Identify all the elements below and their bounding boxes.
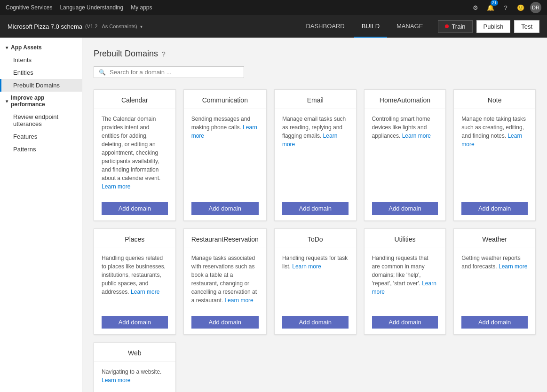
domain-card: Weather Getting weather reports and fore… bbox=[453, 228, 536, 335]
sidebar-section-app-assets[interactable]: ▾ App Assets bbox=[0, 41, 82, 54]
header-bar: Microsoft Pizza 7.0 schema (V1.2 - As Co… bbox=[0, 15, 547, 38]
add-domain-button[interactable]: Add domain bbox=[282, 202, 349, 215]
domain-card-title: Email bbox=[275, 90, 356, 109]
schema-version: (V1.2 - As Constraints) bbox=[85, 24, 137, 29]
sidebar-item-patterns[interactable]: Patterns bbox=[0, 143, 82, 156]
add-domain-button[interactable]: Add domain bbox=[461, 202, 528, 215]
domain-card-body: Controlling smart home devices like ligh… bbox=[365, 109, 446, 196]
app-name: Microsoft Pizza 7.0 schema bbox=[8, 23, 82, 30]
domain-card-footer: Add domain bbox=[275, 196, 356, 220]
domain-card-title: Utilities bbox=[365, 229, 446, 248]
my-apps-link[interactable]: My apps bbox=[131, 4, 152, 11]
train-button[interactable]: Train bbox=[438, 20, 472, 33]
domain-card-body: The Calendar domain provides intent and … bbox=[94, 109, 175, 196]
domain-card-body: Manage note taking tasks such as creatin… bbox=[454, 109, 535, 196]
sidebar-item-review-endpoint[interactable]: Review endpoint utterances bbox=[0, 110, 82, 130]
learn-more-link[interactable]: Learn more bbox=[292, 263, 321, 270]
domain-card-title: HomeAutomation bbox=[365, 90, 446, 109]
sidebar-item-features[interactable]: Features bbox=[0, 130, 82, 143]
domain-card: Calendar The Calendar domain provides in… bbox=[94, 89, 176, 221]
chevron-down-icon[interactable]: ▾ bbox=[140, 24, 143, 29]
notification-bell[interactable]: 🔔 21 bbox=[485, 2, 496, 13]
main-layout: ▾ App Assets Intents Entities Prebuilt D… bbox=[0, 38, 547, 392]
domain-card-footer: Add domain bbox=[275, 310, 356, 334]
domain-grid: Calendar The Calendar domain provides in… bbox=[94, 89, 536, 392]
publish-button[interactable]: Publish bbox=[476, 20, 511, 33]
domain-card-body: Getting weather reports and forecasts. L… bbox=[454, 248, 535, 310]
domain-card-footer: Add domain bbox=[365, 310, 446, 334]
domain-card: ToDo Handling requests for task list. Le… bbox=[274, 228, 357, 335]
domain-card-body: Navigating to a website. Learn more bbox=[94, 362, 175, 390]
domain-card-footer: Add domain bbox=[454, 310, 535, 334]
learn-more-link[interactable]: Learn more bbox=[461, 133, 522, 148]
domain-card-title: Calendar bbox=[94, 90, 175, 109]
nav-manage[interactable]: MANAGE bbox=[389, 15, 430, 38]
content-area: Prebuilt Domains ? 🔍 Calendar The Calend… bbox=[82, 38, 547, 392]
add-domain-button[interactable]: Add domain bbox=[372, 316, 438, 329]
domain-card-title: ToDo bbox=[275, 229, 356, 248]
domain-card: Email Manage email tasks such as reading… bbox=[274, 89, 357, 221]
add-domain-button[interactable]: Add domain bbox=[191, 202, 259, 215]
search-input[interactable] bbox=[110, 69, 239, 76]
learn-more-link[interactable]: Learn more bbox=[372, 280, 436, 295]
add-domain-button[interactable]: Add domain bbox=[282, 316, 349, 329]
learn-more-link[interactable]: Learn more bbox=[499, 263, 527, 270]
search-icon: 🔍 bbox=[99, 69, 106, 76]
add-domain-button[interactable]: Add domain bbox=[102, 202, 168, 215]
domain-card: Places Handling queries related to place… bbox=[94, 228, 176, 335]
avatar[interactable]: DR bbox=[530, 2, 541, 13]
add-domain-button[interactable]: Add domain bbox=[191, 316, 259, 329]
domain-card-footer: Add domain bbox=[94, 310, 175, 334]
sidebar-section-label: App Assets bbox=[11, 44, 42, 51]
domain-card-footer: Add domain bbox=[94, 390, 175, 392]
sidebar-item-entities[interactable]: Entities bbox=[0, 66, 82, 79]
domain-card-body: Sending messages and making phone calls.… bbox=[184, 109, 266, 196]
domain-card-body: Handling requests for task list. Learn m… bbox=[275, 248, 356, 310]
add-domain-button[interactable]: Add domain bbox=[102, 316, 168, 329]
sidebar-item-intents[interactable]: Intents bbox=[0, 54, 82, 66]
learn-more-link[interactable]: Learn more bbox=[131, 289, 159, 295]
domain-card: Note Manage note taking tasks such as cr… bbox=[453, 89, 536, 221]
sidebar-section-label: Improve app performance bbox=[11, 94, 76, 108]
help-circle-icon[interactable]: ? bbox=[162, 50, 166, 58]
app-title: Microsoft Pizza 7.0 schema (V1.2 - As Co… bbox=[8, 23, 143, 30]
domain-card-footer: Add domain bbox=[365, 196, 446, 220]
domain-card: Communication Sending messages and makin… bbox=[183, 89, 267, 221]
learn-more-link[interactable]: Learn more bbox=[402, 133, 431, 139]
learn-more-link[interactable]: Learn more bbox=[282, 133, 337, 148]
top-nav-right: ⚙ 🔔 21 ? 🙂 DR bbox=[470, 2, 541, 13]
add-domain-button[interactable]: Add domain bbox=[372, 202, 438, 215]
domain-card-title: Communication bbox=[184, 90, 266, 109]
nav-build[interactable]: BUILD bbox=[354, 15, 387, 38]
domain-card-body: Manage tasks associated with reservation… bbox=[184, 248, 266, 310]
emoji-icon[interactable]: 🙂 bbox=[515, 2, 526, 13]
nav-dashboard[interactable]: DASHBOARD bbox=[298, 15, 352, 38]
domain-card-footer: Add domain bbox=[184, 196, 266, 220]
domain-card-footer: Add domain bbox=[94, 196, 175, 220]
domain-card: HomeAutomation Controlling smart home de… bbox=[364, 89, 446, 221]
header-nav: DASHBOARD BUILD MANAGE bbox=[298, 15, 430, 38]
cognitive-services-link[interactable]: Cognitive Services bbox=[6, 4, 52, 11]
domain-card-title: Note bbox=[454, 90, 535, 109]
help-icon[interactable]: ? bbox=[500, 2, 511, 13]
learn-more-link[interactable]: Learn more bbox=[102, 377, 130, 384]
sidebar-item-prebuilt-domains[interactable]: Prebuilt Domains bbox=[0, 79, 82, 92]
learn-more-link[interactable]: Learn more bbox=[191, 124, 257, 139]
train-status-dot bbox=[445, 24, 449, 28]
domain-card-body: Handling queries related to places like … bbox=[94, 248, 175, 310]
language-understanding-link[interactable]: Language Understanding bbox=[60, 4, 123, 11]
sidebar: ▾ App Assets Intents Entities Prebuilt D… bbox=[0, 38, 82, 392]
domain-card-footer: Add domain bbox=[454, 196, 535, 220]
sidebar-section-improve[interactable]: ▾ Improve app performance bbox=[0, 92, 82, 110]
notification-count: 21 bbox=[491, 0, 498, 6]
learn-more-link[interactable]: Learn more bbox=[102, 183, 130, 190]
test-button[interactable]: Test bbox=[514, 20, 539, 33]
page-title-row: Prebuilt Domains ? bbox=[94, 49, 536, 59]
settings-icon[interactable]: ⚙ bbox=[470, 2, 481, 13]
add-domain-button[interactable]: Add domain bbox=[461, 316, 528, 329]
train-label: Train bbox=[452, 23, 465, 30]
page-title: Prebuilt Domains bbox=[94, 49, 158, 59]
domain-card-title: RestaurantReservation bbox=[184, 229, 266, 248]
learn-more-link[interactable]: Learn more bbox=[224, 297, 253, 304]
domain-card-title: Places bbox=[94, 229, 175, 248]
